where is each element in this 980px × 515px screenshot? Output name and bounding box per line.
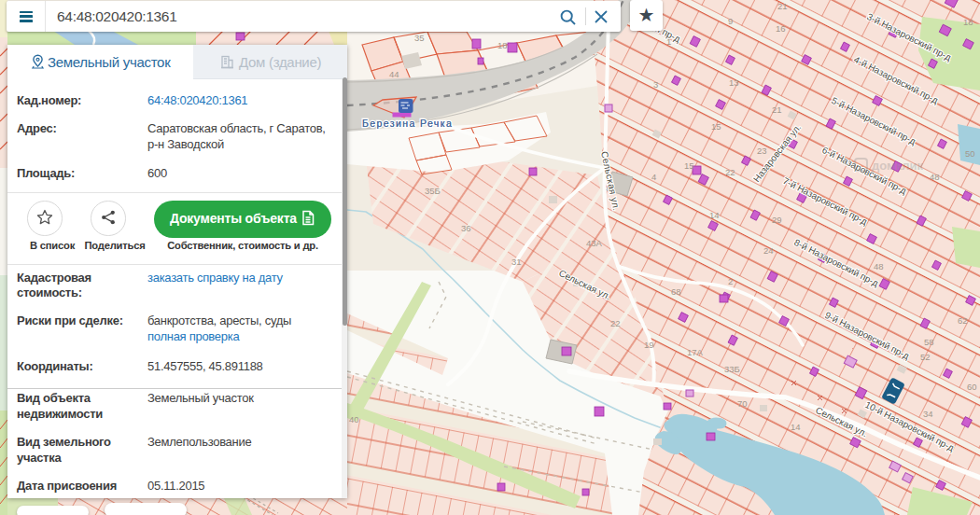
svg-text:13: 13 — [729, 77, 739, 88]
svg-text:40: 40 — [349, 414, 359, 425]
svg-text:4: 4 — [651, 172, 656, 182]
svg-text:50: 50 — [965, 148, 975, 159]
svg-text:18: 18 — [497, 40, 508, 50]
svg-text:22: 22 — [610, 318, 621, 328]
svg-text:35: 35 — [414, 33, 425, 43]
svg-text:17А: 17А — [687, 347, 704, 357]
svg-text:29: 29 — [772, 215, 782, 225]
svg-text:15: 15 — [684, 160, 694, 171]
svg-text:21: 21 — [772, 104, 782, 115]
svg-text:2: 2 — [728, 276, 733, 286]
svg-text:3: 3 — [653, 79, 658, 90]
svg-text:48: 48 — [874, 261, 884, 271]
svg-text:44: 44 — [389, 69, 399, 79]
svg-text:15: 15 — [711, 121, 721, 132]
svg-text:33Б: 33Б — [724, 364, 740, 374]
svg-text:24: 24 — [763, 245, 774, 256]
svg-text:36: 36 — [461, 223, 471, 233]
svg-text:18: 18 — [963, 17, 973, 27]
svg-text:60: 60 — [967, 382, 977, 392]
svg-text:48: 48 — [930, 172, 940, 182]
svg-text:22: 22 — [725, 167, 735, 177]
svg-text:9: 9 — [728, 16, 733, 26]
svg-text:23: 23 — [757, 146, 767, 156]
svg-text:43А: 43А — [586, 238, 603, 248]
svg-text:34: 34 — [923, 409, 933, 419]
svg-text:14: 14 — [791, 422, 801, 432]
svg-text:14: 14 — [709, 210, 720, 220]
svg-text:19: 19 — [644, 340, 654, 350]
svg-text:70: 70 — [737, 398, 748, 409]
svg-text:58: 58 — [924, 337, 934, 347]
svg-text:домклик: домклик — [872, 159, 924, 173]
svg-text:62: 62 — [958, 315, 968, 326]
svg-text:31: 31 — [511, 257, 522, 267]
svg-text:21: 21 — [777, 1, 788, 11]
svg-text:35Б: 35Б — [425, 186, 441, 196]
svg-text:68: 68 — [671, 286, 681, 297]
svg-text:52: 52 — [920, 352, 931, 362]
svg-text:16: 16 — [776, 23, 786, 34]
svg-text:1: 1 — [666, 36, 671, 47]
svg-text:Березина Речка: Березина Речка — [362, 118, 453, 129]
